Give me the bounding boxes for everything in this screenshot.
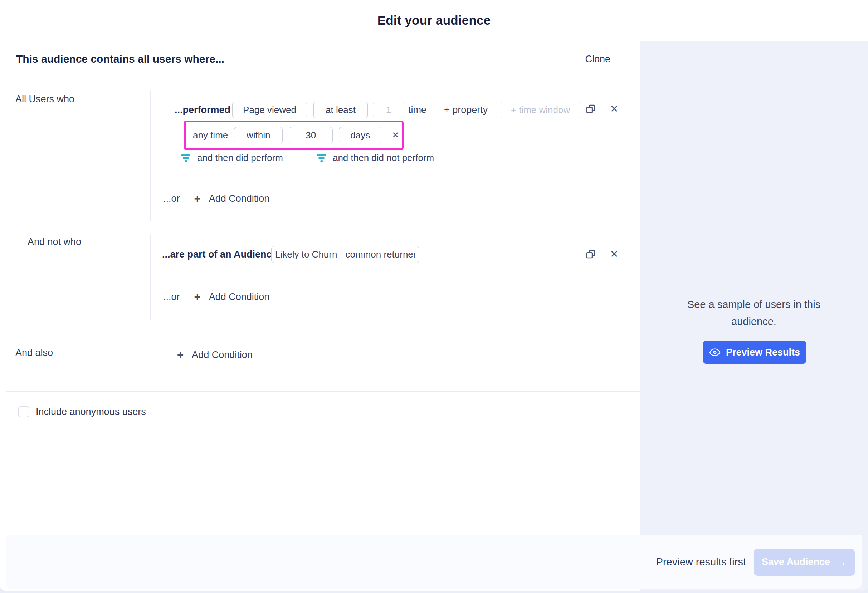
header-divider: [6, 77, 640, 77]
event-select[interactable]: Page viewed: [232, 102, 307, 118]
time-value-input[interactable]: [289, 127, 333, 143]
audience-select-input[interactable]: [271, 246, 419, 263]
time-unit-select[interactable]: days: [339, 127, 381, 143]
title-bar: Edit your audience: [0, 0, 868, 41]
include-anonymous-checkbox[interactable]: [18, 406, 30, 417]
remove-condition-button[interactable]: ✕: [610, 104, 618, 114]
then-did-perform-button[interactable]: and then did perform: [181, 152, 283, 164]
operator-select[interactable]: at least: [313, 102, 368, 118]
any-time-label: any time: [193, 127, 228, 144]
remove-time-filter-button[interactable]: ✕: [392, 130, 399, 140]
arrow-right-icon: →: [836, 556, 847, 568]
add-condition-button[interactable]: Add Condition: [209, 292, 270, 302]
and-also-section-border: [150, 332, 150, 376]
performed-label: ...performed: [174, 102, 230, 118]
or-add-condition-row: ...or + Add Condition: [163, 190, 269, 207]
modal-surface: Edit your audience See a sample of users…: [0, 0, 868, 591]
eye-icon: [709, 348, 720, 356]
funnel-icon: [181, 153, 191, 162]
or-add-condition-row: ...or + Add Condition: [163, 288, 269, 305]
then-did-not-perform-button[interactable]: and then did not perform: [317, 152, 434, 164]
edit-audience-modal: Edit your audience See a sample of users…: [0, 0, 868, 593]
add-condition-button[interactable]: Add Condition: [192, 350, 252, 360]
or-label: ...or: [163, 289, 180, 305]
count-input[interactable]: [373, 102, 404, 118]
page-title: Edit your audience: [378, 13, 491, 28]
anonymous-users-row: Include anonymous users: [18, 405, 146, 418]
plus-icon: +: [177, 350, 183, 360]
within-select[interactable]: within: [234, 127, 283, 143]
then-did-not-perform-label: and then did not perform: [333, 152, 434, 164]
include-anonymous-label: Include anonymous users: [36, 406, 146, 417]
section-label-all-users: All Users who: [15, 90, 74, 108]
section-label-and-also: And also: [15, 344, 53, 361]
and-also-add-condition-row: + Add Condition: [177, 346, 252, 363]
sample-users-message: See a sample of users in this audience.: [668, 296, 840, 330]
section-label-and-not-who: And not who: [28, 233, 81, 250]
copy-icon: [586, 104, 596, 115]
preview-first-hint: Preview results first: [656, 556, 746, 568]
remove-condition-button[interactable]: ✕: [610, 249, 618, 259]
time-label: time: [408, 102, 427, 118]
plus-icon: +: [194, 292, 201, 302]
preview-results-label: Preview Results: [726, 347, 800, 358]
save-audience-button[interactable]: Save Audience →: [754, 549, 855, 576]
copy-icon: [586, 249, 596, 260]
condition-card-and-not-who: ...are part of an Audience ✕ ...or + Add…: [150, 234, 640, 320]
funnel-links-row: and then did perform and then did not pe…: [181, 152, 434, 163]
add-property-button[interactable]: + property: [444, 102, 488, 118]
duplicate-condition-button[interactable]: [586, 249, 596, 260]
plus-icon: +: [194, 193, 201, 204]
preview-sidebar: See a sample of users in this audience. …: [640, 41, 868, 591]
content-divider: [6, 391, 640, 392]
audience-membership-label: ...are part of an Audience: [162, 246, 277, 263]
funnel-icon: [317, 153, 326, 162]
add-condition-button[interactable]: Add Condition: [209, 193, 270, 204]
footer-bar: Preview results first Save Audience →: [6, 535, 862, 589]
or-label: ...or: [163, 190, 180, 207]
content-header: This audience contains all users where..…: [0, 41, 640, 77]
then-did-perform-label: and then did perform: [197, 152, 283, 164]
duplicate-condition-button[interactable]: [586, 104, 596, 115]
condition-card-all-users: ...performed Page viewed at least time +…: [150, 90, 640, 221]
time-filter-highlight: any time within days ✕: [184, 121, 404, 150]
preview-results-button[interactable]: Preview Results: [703, 341, 806, 364]
time-window-input[interactable]: [500, 102, 580, 118]
clone-button[interactable]: Clone: [585, 54, 610, 65]
audience-rule-heading: This audience contains all users where..…: [16, 53, 224, 65]
save-audience-label: Save Audience: [762, 556, 830, 568]
